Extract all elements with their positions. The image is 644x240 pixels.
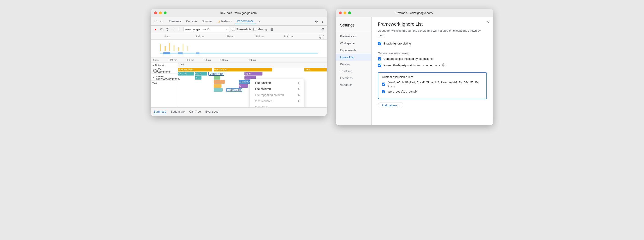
teal-bar-2[interactable]: [214, 88, 222, 92]
nav-workspace[interactable]: Workspace: [336, 40, 372, 47]
nav-preferences[interactable]: Preferences: [336, 33, 372, 40]
record-icon[interactable]: ●: [153, 27, 158, 32]
ruler-994ms: 994 ms: [196, 35, 204, 38]
flame-area: ▶ Network gen_204 (www.google.com) ▼ Mai…: [151, 62, 326, 108]
clear-icon[interactable]: ⊘: [165, 27, 170, 32]
timeline-svg: [151, 40, 326, 58]
svg-rect-9: [178, 52, 182, 54]
tab-network[interactable]: ⚠ Network: [215, 19, 234, 24]
minimize-button-left[interactable]: [159, 11, 162, 14]
general-rules-label: General exclusion rules:: [378, 51, 487, 55]
tab-console[interactable]: Console: [184, 19, 199, 24]
network-track-label: ▶ Network: [151, 63, 178, 67]
perf-settings-icon[interactable]: ⚙: [321, 27, 324, 31]
o-bar[interactable]: O...: [195, 76, 202, 80]
close-button-right[interactable]: [339, 11, 342, 14]
ignore-badge-2: On ignore list: [226, 88, 242, 92]
svg-rect-3: [174, 45, 174, 51]
cpu-net-label: CPU NET: [319, 33, 324, 40]
close-button-left[interactable]: [154, 11, 157, 14]
left-window-title: DevTools - www.google.com/: [220, 11, 258, 15]
third-party-scripts-checkbox[interactable]: [378, 64, 381, 67]
ruler-1494ms: 1494 ms: [225, 35, 235, 38]
flame-track-container: client_ Evaluate Script Function Call On…: [178, 67, 326, 107]
ctx-hide-children[interactable]: Hide children C: [250, 86, 304, 92]
nav-throttling[interactable]: Throttling: [336, 68, 372, 75]
maximize-button-right[interactable]: [348, 11, 351, 14]
bottom-tabs: Summary Bottom-Up Call Tree Event Log: [151, 108, 326, 116]
close-settings-button[interactable]: ×: [487, 20, 490, 24]
maximize-button-left[interactable]: [164, 11, 166, 14]
minimize-button-right[interactable]: [344, 11, 346, 14]
green-bar-1[interactable]: [214, 76, 220, 80]
tab-list: Elements Console Sources ⚠ Network Perfo…: [167, 18, 263, 24]
btab-call-tree[interactable]: Call Tree: [189, 110, 201, 114]
nav-devices[interactable]: Devices: [336, 61, 372, 68]
right-window-title: DevTools - www.google.com/: [396, 11, 433, 15]
left-titlebar: DevTools - www.google.com/: [151, 9, 326, 17]
trigger-bar[interactable]: trigger: [244, 72, 262, 76]
ruler-2494ms: 2494 ms: [284, 35, 293, 38]
more-icon[interactable]: ⋮: [321, 19, 324, 23]
tab-elements[interactable]: Elements: [167, 19, 184, 24]
client-bar[interactable]: client_: [304, 68, 326, 71]
nav-locations[interactable]: Locations: [336, 75, 372, 82]
yellow-bar-2[interactable]: [214, 84, 222, 88]
custom-rules-title: Custom exclusion rules:: [382, 75, 483, 79]
flame-content: Task client_ Evaluate Script Function Ca…: [178, 62, 326, 107]
custom-rule-2-checkbox[interactable]: [382, 90, 385, 93]
runs-bar[interactable]: Ru...s: [195, 72, 207, 76]
enable-ignore-checkbox[interactable]: [378, 42, 381, 45]
svg-rect-1: [164, 46, 166, 51]
btab-bottom-up[interactable]: Bottom-Up: [170, 110, 184, 114]
settings-sidebar-title: Settings: [336, 21, 372, 31]
panel-desc: Debugger will skip through the scripts a…: [378, 28, 487, 37]
screenshots-label: Screenshots: [236, 28, 251, 31]
function-call-bar[interactable]: Function Call: [214, 68, 272, 71]
capture-settings-icon[interactable]: ⊞: [270, 27, 274, 32]
custom-rule-1-label: /ee=ALeJib:B8gLwd;AfeaP:TkrAjf;Afksuc:wM…: [388, 81, 483, 87]
custom-rule-2-label: www\.google\.com\b: [388, 90, 417, 93]
btab-summary[interactable]: Summary: [154, 110, 166, 114]
download-icon[interactable]: ↓: [177, 27, 181, 32]
timeline-area: 4 ms 994 ms 1494 ms 1994 ms 2494 ms CPU …: [151, 33, 326, 58]
add-pattern-button[interactable]: Add pattern...: [378, 102, 403, 108]
inspect-icon[interactable]: ⬚: [153, 19, 158, 24]
time-339ms: 339 ms: [220, 59, 228, 61]
task-col-header: Task: [178, 62, 326, 67]
device-icon[interactable]: ▭: [160, 19, 164, 24]
tab-sources[interactable]: Sources: [200, 19, 215, 24]
svg-rect-10: [196, 52, 200, 54]
reload-icon[interactable]: ↺: [159, 27, 164, 32]
custom-rules-box: Custom exclusion rules: /ee=ALeJib:B8gLw…: [378, 72, 487, 99]
screenshots-checkbox[interactable]: [232, 28, 235, 31]
info-icon[interactable]: ⓘ: [442, 63, 445, 67]
content-scripts-checkbox[interactable]: [378, 57, 381, 60]
custom-rule-2-row: www\.google\.com\b: [382, 90, 483, 93]
nav-ignore-list[interactable]: Ignore List: [336, 54, 372, 61]
ctx-hide-function[interactable]: Hide function H: [250, 80, 304, 86]
ctx-reset-children: Reset children U: [250, 98, 304, 104]
url-text: www.google.com #1: [186, 28, 210, 31]
memory-checkbox[interactable]: [254, 28, 256, 31]
tab-performance[interactable]: Performance: [235, 18, 256, 24]
content-scripts-label: Content scripts injected by extensions: [384, 57, 433, 60]
url-dropdown-icon[interactable]: ▾: [226, 28, 228, 31]
orange-bar-1[interactable]: [214, 80, 225, 84]
tab-more[interactable]: »: [256, 19, 262, 24]
evaluate-script-bar[interactable]: Evaluate Script: [178, 68, 212, 71]
ruler-1994ms: 1994 ms: [254, 35, 264, 38]
on-ignore-list-bar-1[interactable]: On i...list: [178, 72, 194, 76]
a-bar[interactable]: A: [239, 84, 248, 88]
settings-icon[interactable]: ⚙: [315, 19, 318, 23]
nav-shortcuts[interactable]: Shortcuts: [336, 82, 372, 89]
url-bar: www.google.com #1 ▾: [184, 27, 230, 32]
time-labels-row: 9 ms 324 ms 329 ms 334 ms 339 ms 359 ms: [151, 58, 326, 62]
context-menu: Hide function H Hide children C Hide rep…: [250, 79, 304, 107]
btab-event-log[interactable]: Event Log: [205, 110, 218, 114]
enable-ignore-label: Enable Ignore Listing: [384, 42, 411, 45]
third-party-scripts-row: Known third-party scripts from source ma…: [378, 63, 487, 67]
upload-icon[interactable]: ↑: [171, 27, 175, 32]
custom-rule-1-checkbox[interactable]: [382, 83, 385, 86]
nav-experiments[interactable]: Experiments: [336, 47, 372, 54]
